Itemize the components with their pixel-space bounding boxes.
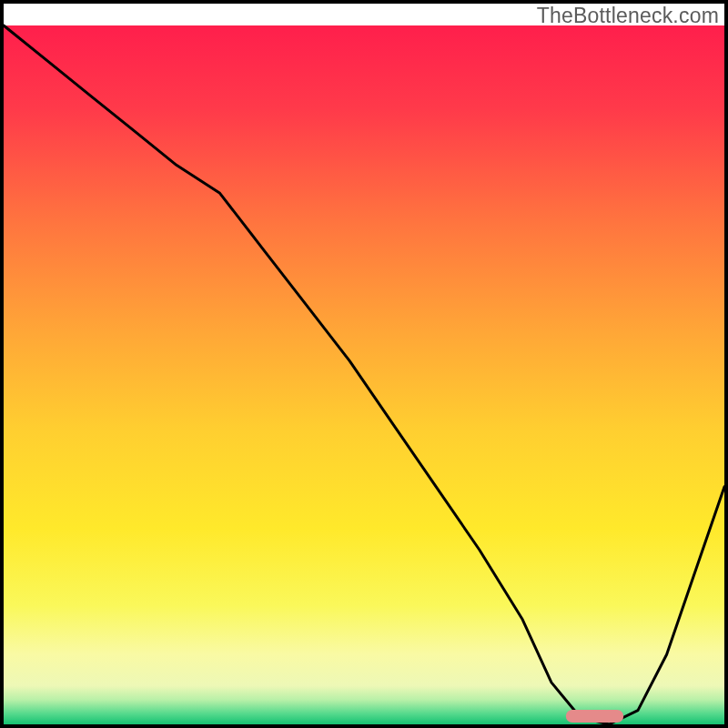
chart-background [4, 25, 724, 724]
watermark-text: TheBottleneck.com [537, 4, 719, 28]
optimal-range-marker [566, 710, 623, 723]
bottleneck-chart [0, 0, 728, 728]
chart-stage: TheBottleneck.com [0, 0, 728, 728]
